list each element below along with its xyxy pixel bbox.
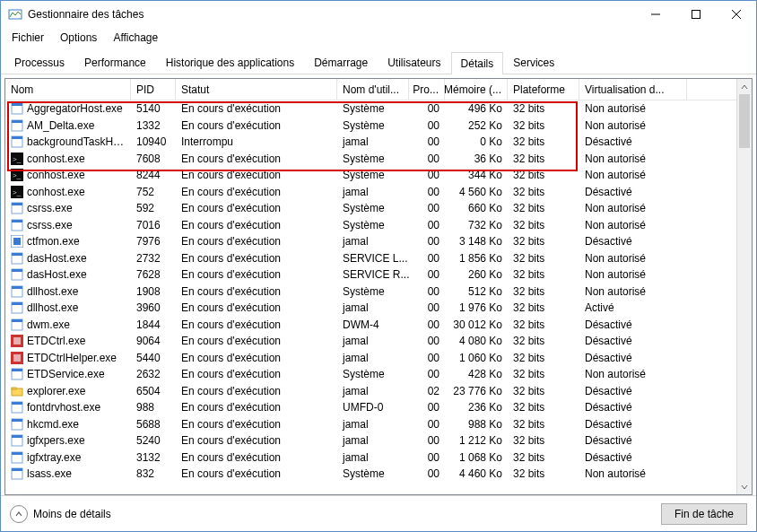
- svg-rect-34: [13, 337, 21, 344]
- table-row[interactable]: AggregatorHost.exe5140En cours d'exécuti…: [5, 100, 736, 118]
- cell-platform: 32 bits: [508, 366, 579, 383]
- col-pro[interactable]: Pro...: [409, 79, 445, 100]
- cell-status: En cours d'exécution: [176, 383, 337, 400]
- cell-memory: 1 212 Ko: [445, 432, 508, 449]
- fewer-details-button[interactable]: Moins de détails: [10, 505, 111, 523]
- cell-virtualization: Activé: [579, 300, 687, 317]
- tab-performance[interactable]: Performance: [74, 51, 156, 74]
- table-header: Nom PID Statut Nom d'util... Pro... Mémo…: [5, 79, 736, 100]
- cell-virtualization: Non autorisé: [579, 466, 687, 483]
- menu-options[interactable]: Options: [53, 30, 104, 46]
- col-pid[interactable]: PID: [131, 79, 176, 100]
- cell-platform: 32 bits: [508, 466, 579, 483]
- table-row[interactable]: ctfmon.exe7976En cours d'exécutionjamal0…: [5, 233, 736, 250]
- process-name: lsass.exe: [27, 467, 72, 480]
- cell-virtualization: Désactivé: [579, 432, 687, 449]
- col-virtualization[interactable]: Virtualisation d...: [579, 79, 687, 100]
- vertical-scrollbar[interactable]: [736, 79, 752, 494]
- cell-pid: 832: [131, 466, 176, 483]
- tabbar: Processus Performance Historique des app…: [1, 48, 756, 74]
- table-row[interactable]: fontdrvhost.exe988En cours d'exécutionUM…: [5, 399, 736, 416]
- cell-memory: 1 068 Ko: [445, 449, 508, 467]
- cell-memory: 988 Ko: [445, 416, 508, 433]
- cell-memory: 4 460 Ko: [445, 466, 508, 483]
- cell-user: SERVICE R...: [337, 266, 409, 283]
- col-memory[interactable]: Mémoire (...: [445, 79, 508, 100]
- tab-users[interactable]: Utilisateurs: [378, 51, 450, 74]
- scroll-down-icon[interactable]: [737, 479, 752, 494]
- cell-pro: 00: [409, 350, 445, 367]
- cell-platform: 32 bits: [508, 100, 579, 118]
- cell-memory: 496 Ko: [445, 100, 508, 118]
- svg-rect-24: [12, 253, 22, 256]
- process-icon: [11, 102, 23, 115]
- table-row[interactable]: dasHost.exe7628En cours d'exécutionSERVI…: [5, 266, 736, 283]
- process-icon: [11, 352, 23, 364]
- close-button[interactable]: [716, 1, 756, 28]
- menu-view[interactable]: Affichage: [106, 30, 165, 46]
- table-row[interactable]: igfxpers.exe5240En cours d'exécutionjama…: [5, 432, 736, 449]
- process-table: Nom PID Statut Nom d'util... Pro... Mémo…: [4, 78, 753, 495]
- cell-pro: 00: [409, 449, 445, 467]
- menu-file[interactable]: Fichier: [4, 30, 51, 46]
- table-row[interactable]: csrss.exe592En cours d'exécutionSystème0…: [5, 200, 736, 217]
- minimize-button[interactable]: [635, 1, 675, 28]
- maximize-button[interactable]: [675, 1, 716, 28]
- process-name: explorer.exe: [27, 385, 85, 397]
- cell-user: DWM-4: [337, 317, 409, 334]
- col-platform[interactable]: Plateforme: [508, 79, 579, 100]
- col-name[interactable]: Nom: [5, 79, 131, 100]
- cell-status: Interrompu: [176, 134, 337, 151]
- tab-history[interactable]: Historique des applications: [156, 51, 304, 74]
- table-row[interactable]: dllhost.exe3960En cours d'exécutionjamal…: [5, 300, 736, 317]
- table-row[interactable]: dasHost.exe2732En cours d'exécutionSERVI…: [5, 250, 736, 267]
- table-row[interactable]: csrss.exe7016En cours d'exécutionSystème…: [5, 217, 736, 234]
- cell-platform: 32 bits: [508, 250, 579, 267]
- process-name: dwm.exe: [27, 318, 70, 331]
- table-row[interactable]: ETDCtrlHelper.exe5440En cours d'exécutio…: [5, 350, 736, 367]
- table-row[interactable]: hkcmd.exe5688En cours d'exécutionjamal00…: [5, 416, 736, 433]
- table-row[interactable]: >_conhost.exe7608En cours d'exécutionSys…: [5, 151, 736, 168]
- col-status[interactable]: Statut: [176, 79, 337, 100]
- cell-platform: 32 bits: [508, 200, 579, 217]
- process-icon: [11, 335, 23, 347]
- process-icon: [11, 119, 23, 132]
- process-name: conhost.exe: [27, 153, 85, 165]
- svg-rect-22: [13, 238, 21, 245]
- table-row[interactable]: dwm.exe1844En cours d'exécutionDWM-40030…: [5, 317, 736, 334]
- cell-platform: 32 bits: [508, 333, 579, 350]
- cell-pid: 988: [131, 399, 176, 416]
- col-user[interactable]: Nom d'util...: [337, 79, 409, 100]
- scroll-up-icon[interactable]: [737, 79, 752, 94]
- table-row[interactable]: AM_Delta.exe1332En cours d'exécutionSyst…: [5, 118, 736, 135]
- cell-pro: 00: [409, 233, 445, 250]
- cell-status: En cours d'exécution: [176, 333, 337, 350]
- cell-platform: 32 bits: [508, 399, 579, 416]
- tab-startup[interactable]: Démarrage: [304, 51, 378, 74]
- cell-pro: 00: [409, 167, 445, 184]
- tab-details[interactable]: Détails: [451, 52, 504, 74]
- table-row[interactable]: backgroundTaskHos...10940Interrompujamal…: [5, 134, 736, 151]
- tab-processes[interactable]: Processus: [4, 51, 74, 74]
- process-icon: >_: [11, 186, 23, 198]
- table-row[interactable]: ETDService.exe2632En cours d'exécutionSy…: [5, 366, 736, 383]
- cell-platform: 32 bits: [508, 416, 579, 433]
- scroll-thumb[interactable]: [739, 94, 750, 148]
- table-row[interactable]: lsass.exe832En cours d'exécutionSystème0…: [5, 466, 736, 483]
- cell-status: En cours d'exécution: [176, 151, 337, 168]
- table-row[interactable]: ETDCtrl.exe9064En cours d'exécutionjamal…: [5, 333, 736, 350]
- cell-user: Système: [337, 283, 409, 301]
- end-task-button[interactable]: Fin de tâche: [661, 503, 747, 525]
- tab-services[interactable]: Services: [503, 51, 564, 74]
- cell-virtualization: Désactivé: [579, 383, 687, 400]
- process-name: ETDCtrlHelper.exe: [27, 352, 117, 364]
- cell-status: En cours d'exécution: [176, 266, 337, 283]
- table-row[interactable]: >_conhost.exe8244En cours d'exécutionSys…: [5, 167, 736, 184]
- table-row[interactable]: >_conhost.exe752En cours d'exécutionjama…: [5, 184, 736, 201]
- table-row[interactable]: igfxtray.exe3132En cours d'exécutionjama…: [5, 449, 736, 467]
- cell-pro: 00: [409, 366, 445, 383]
- table-row[interactable]: explorer.exe6504En cours d'exécutionjama…: [5, 383, 736, 400]
- table-row[interactable]: dllhost.exe1908En cours d'exécutionSystè…: [5, 283, 736, 301]
- footer: Moins de détails Fin de tâche: [1, 495, 756, 531]
- svg-rect-2: [692, 11, 700, 19]
